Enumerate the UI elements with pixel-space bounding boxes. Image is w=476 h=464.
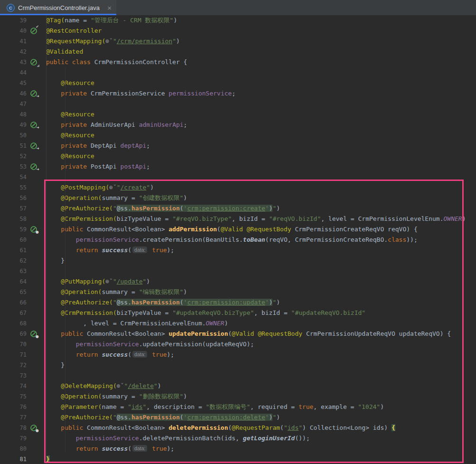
line-number[interactable]: 55 xyxy=(0,182,27,193)
line-number[interactable]: 70 xyxy=(0,339,27,350)
code-text[interactable]: @PreAuthorize("@ss.hasPermission('crm:pe… xyxy=(46,297,476,308)
line-number[interactable]: 54 xyxy=(0,172,27,182)
line-number[interactable]: 49 xyxy=(0,120,27,130)
code-text[interactable]: } xyxy=(46,454,476,464)
spring-autowired-icon[interactable]: ➜ xyxy=(30,163,37,170)
line-number[interactable]: 71 xyxy=(0,350,27,360)
line-number[interactable]: 73 xyxy=(0,370,27,381)
code-text[interactable]: @CrmPermission(bizTypeValue = "#updateRe… xyxy=(46,308,476,318)
code-line-73: 73 xyxy=(0,370,476,381)
line-number[interactable]: 65 xyxy=(0,287,27,297)
line-number[interactable]: 64 xyxy=(0,276,27,287)
spring-bean-method-icon[interactable]: ● xyxy=(30,226,37,233)
line-number[interactable]: 68 xyxy=(0,318,27,329)
code-text[interactable]: @Operation(summary = "删除数据权限") xyxy=(46,391,476,402)
code-text[interactable]: @Operation(summary = "创建数据权限") xyxy=(46,193,476,203)
spring-bean-class-icon[interactable]: ◢ xyxy=(30,58,37,66)
code-text[interactable]: @Resource xyxy=(46,109,476,120)
code-text[interactable] xyxy=(46,172,476,182)
code-text[interactable]: permissionService.deletePermissionBatch(… xyxy=(46,433,476,444)
code-text[interactable]: private CrmPermissionService permissionS… xyxy=(46,88,476,99)
line-number[interactable]: 48 xyxy=(0,109,27,120)
line-number[interactable]: 62 xyxy=(0,256,27,266)
line-number[interactable]: 43 xyxy=(0,57,27,67)
code-text[interactable] xyxy=(46,99,476,109)
code-text[interactable]: @PostMapping(⊕ˇ"/create") xyxy=(46,182,476,193)
code-text[interactable]: @Validated xyxy=(46,47,476,57)
code-text[interactable] xyxy=(46,370,476,381)
line-number[interactable]: 66 xyxy=(0,297,27,308)
line-number[interactable]: 61 xyxy=(0,245,27,256)
code-text[interactable] xyxy=(46,266,476,276)
line-number[interactable]: 51 xyxy=(0,141,27,151)
tab-close-icon[interactable]: × xyxy=(107,4,112,11)
line-number[interactable]: 78 xyxy=(0,423,27,433)
code-text[interactable]: permissionService.createPermission(BeanU… xyxy=(46,235,476,245)
spring-autowired-icon[interactable]: ➜ xyxy=(30,90,37,97)
line-number[interactable]: 52 xyxy=(0,151,27,161)
line-number[interactable]: 69 xyxy=(0,329,27,339)
line-number[interactable]: 56 xyxy=(0,193,27,203)
code-text[interactable]: @CrmPermission(bizTypeValue = "#reqVO.bi… xyxy=(46,214,476,224)
line-number[interactable]: 44 xyxy=(0,67,27,78)
line-number[interactable]: 67 xyxy=(0,308,27,318)
code-text[interactable]: @PreAuthorize("@ss.hasPermission('crm:pe… xyxy=(46,412,476,423)
code-text[interactable]: private DeptApi deptApi; xyxy=(46,141,476,151)
code-text[interactable]: return success(data: true); xyxy=(46,444,476,454)
code-text[interactable]: private PostApi postApi; xyxy=(46,161,476,172)
line-number[interactable]: 72 xyxy=(0,360,27,370)
code-text[interactable]: } xyxy=(46,360,476,370)
line-number[interactable]: 41 xyxy=(0,36,27,47)
line-number[interactable]: 40 xyxy=(0,26,27,36)
spring-bean-check-icon[interactable]: ✔ xyxy=(30,27,37,35)
code-text[interactable]: public CommonResult<Boolean> deletePermi… xyxy=(46,423,476,433)
line-number[interactable]: 75 xyxy=(0,391,27,402)
line-number[interactable]: 39 xyxy=(0,15,27,26)
code-text[interactable]: public class CrmPermissionController { xyxy=(46,57,476,67)
code-text[interactable]: public CommonResult<Boolean> updatePermi… xyxy=(46,329,476,339)
spring-bean-method-icon[interactable]: ● xyxy=(30,424,37,432)
code-text[interactable]: @DeleteMapping(⊕ˇ"/delete") xyxy=(46,381,476,391)
code-text[interactable]: @PutMapping(⊕ˇ"/update") xyxy=(46,276,476,287)
code-text[interactable]: public CommonResult<Boolean> addPermissi… xyxy=(46,224,476,235)
code-text[interactable]: , level = CrmPermissionLevelEnum.OWNER) xyxy=(46,318,476,329)
line-number[interactable]: 47 xyxy=(0,99,27,109)
line-number[interactable]: 79 xyxy=(0,433,27,444)
code-text[interactable]: private AdminUserApi adminUserApi; xyxy=(46,120,476,130)
code-text[interactable] xyxy=(46,67,476,78)
code-line-54: 54 xyxy=(0,172,476,182)
line-number[interactable]: 80 xyxy=(0,444,27,454)
line-number[interactable]: 50 xyxy=(0,130,27,141)
line-number[interactable]: 76 xyxy=(0,402,27,412)
spring-autowired-icon[interactable]: ➜ xyxy=(30,121,37,129)
code-text[interactable]: @PreAuthorize("@ss.hasPermission('crm:pe… xyxy=(46,203,476,214)
line-number[interactable]: 42 xyxy=(0,47,27,57)
code-text[interactable]: permissionService.updatePermission(updat… xyxy=(46,339,476,350)
code-text[interactable]: return success(data: true); xyxy=(46,245,476,256)
code-text[interactable]: @RestController xyxy=(46,26,476,36)
spring-bean-method-icon[interactable]: ● xyxy=(30,330,37,338)
line-number[interactable]: 59 xyxy=(0,224,27,235)
line-number[interactable]: 63 xyxy=(0,266,27,276)
code-text[interactable]: } xyxy=(46,256,476,266)
line-number[interactable]: 57 xyxy=(0,203,27,214)
code-text[interactable]: @Resource xyxy=(46,151,476,161)
code-text[interactable]: @Parameter(name = "ids", description = "… xyxy=(46,402,476,412)
spring-autowired-icon[interactable]: ➜ xyxy=(30,142,37,150)
line-number[interactable]: 81 xyxy=(0,454,27,464)
code-text[interactable]: @Tag(name = "管理后台 - CRM 数据权限") xyxy=(46,15,476,26)
code-text[interactable]: @RequestMapping(⊕ˇ"/crm/permission") xyxy=(46,36,476,47)
code-text[interactable]: return success(data: true); xyxy=(46,350,476,360)
line-number[interactable]: 46 xyxy=(0,88,27,99)
line-number[interactable]: 45 xyxy=(0,78,27,88)
line-number[interactable]: 74 xyxy=(0,381,27,391)
code-text[interactable]: @Operation(summary = "编辑数据权限") xyxy=(46,287,476,297)
line-number[interactable]: 58 xyxy=(0,214,27,224)
code-text[interactable]: @Resource xyxy=(46,130,476,141)
url-mapping-inlay-icon: ⊕ˇ xyxy=(105,278,113,285)
line-number[interactable]: 77 xyxy=(0,412,27,423)
editor-tab-crmpermissioncontroller[interactable]: C CrmPermissionController.java × xyxy=(0,0,116,15)
line-number[interactable]: 60 xyxy=(0,235,27,245)
line-number[interactable]: 53 xyxy=(0,161,27,172)
code-text[interactable]: @Resource xyxy=(46,78,476,88)
